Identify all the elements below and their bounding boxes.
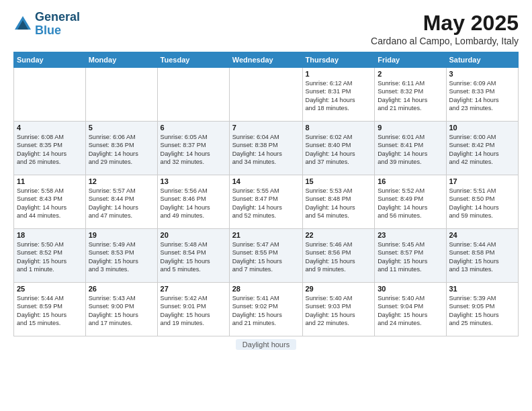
- calendar-cell: 15Sunrise: 5:53 AM Sunset: 8:48 PM Dayli…: [302, 175, 375, 229]
- calendar-cell: 5Sunrise: 6:06 AM Sunset: 8:36 PM Daylig…: [85, 122, 157, 175]
- header: General Blue May 2025 Cardano al Campo, …: [13, 11, 519, 46]
- calendar-cell: 29Sunrise: 5:40 AM Sunset: 9:03 PM Dayli…: [302, 283, 375, 336]
- calendar-cell: 11Sunrise: 5:58 AM Sunset: 8:43 PM Dayli…: [14, 175, 86, 229]
- calendar-day-header: Tuesday: [157, 52, 229, 68]
- calendar-cell: 26Sunrise: 5:43 AM Sunset: 9:00 PM Dayli…: [85, 283, 157, 336]
- day-number: 15: [306, 177, 372, 185]
- day-number: 6: [161, 124, 226, 132]
- day-info: Sunrise: 5:46 AM Sunset: 8:56 PM Dayligh…: [306, 240, 372, 274]
- day-info: Sunrise: 5:56 AM Sunset: 8:46 PM Dayligh…: [161, 187, 226, 220]
- day-info: Sunrise: 5:44 AM Sunset: 8:58 PM Dayligh…: [449, 240, 516, 274]
- day-number: 10: [449, 124, 516, 132]
- day-info: Sunrise: 5:49 AM Sunset: 8:53 PM Dayligh…: [89, 240, 154, 274]
- calendar-cell: 19Sunrise: 5:49 AM Sunset: 8:53 PM Dayli…: [85, 229, 157, 283]
- calendar-cell: 31Sunrise: 5:39 AM Sunset: 9:05 PM Dayli…: [446, 283, 519, 336]
- calendar-cell: 6Sunrise: 6:05 AM Sunset: 8:37 PM Daylig…: [157, 122, 229, 175]
- calendar-cell: [229, 68, 302, 122]
- page: General Blue May 2025 Cardano al Campo, …: [0, 0, 532, 411]
- day-info: Sunrise: 5:58 AM Sunset: 8:43 PM Dayligh…: [17, 187, 83, 220]
- day-info: Sunrise: 6:01 AM Sunset: 8:41 PM Dayligh…: [378, 133, 443, 167]
- calendar-cell: 24Sunrise: 5:44 AM Sunset: 8:58 PM Dayli…: [446, 229, 519, 283]
- calendar-cell: 1Sunrise: 6:12 AM Sunset: 8:31 PM Daylig…: [302, 68, 375, 122]
- calendar-cell: 21Sunrise: 5:47 AM Sunset: 8:55 PM Dayli…: [229, 229, 302, 283]
- day-number: 13: [161, 177, 226, 185]
- day-number: 21: [232, 231, 300, 239]
- calendar-day-header: Wednesday: [229, 52, 302, 68]
- logo-line2: Blue: [35, 24, 80, 38]
- day-info: Sunrise: 6:12 AM Sunset: 8:31 PM Dayligh…: [306, 79, 372, 113]
- day-info: Sunrise: 6:09 AM Sunset: 8:33 PM Dayligh…: [449, 79, 516, 113]
- calendar-cell: 17Sunrise: 5:51 AM Sunset: 8:50 PM Dayli…: [446, 175, 519, 229]
- day-info: Sunrise: 6:00 AM Sunset: 8:42 PM Dayligh…: [449, 133, 516, 167]
- day-number: 19: [89, 231, 154, 239]
- day-number: 16: [378, 177, 443, 185]
- day-info: Sunrise: 6:04 AM Sunset: 8:38 PM Dayligh…: [232, 133, 300, 167]
- day-number: 9: [378, 124, 443, 132]
- day-info: Sunrise: 6:08 AM Sunset: 8:35 PM Dayligh…: [17, 133, 83, 167]
- day-info: Sunrise: 5:40 AM Sunset: 9:03 PM Dayligh…: [306, 294, 372, 328]
- calendar-cell: 7Sunrise: 6:04 AM Sunset: 8:38 PM Daylig…: [229, 122, 302, 175]
- logo-icon: [13, 15, 32, 34]
- calendar-cell: 18Sunrise: 5:50 AM Sunset: 8:52 PM Dayli…: [14, 229, 86, 283]
- calendar-cell: 2Sunrise: 6:11 AM Sunset: 8:32 PM Daylig…: [375, 68, 446, 122]
- calendar-cell: [85, 68, 157, 122]
- day-info: Sunrise: 5:42 AM Sunset: 9:01 PM Dayligh…: [161, 294, 226, 328]
- day-info: Sunrise: 6:11 AM Sunset: 8:32 PM Dayligh…: [378, 79, 443, 113]
- calendar-day-header: Thursday: [302, 52, 375, 68]
- day-info: Sunrise: 5:52 AM Sunset: 8:49 PM Dayligh…: [378, 187, 443, 220]
- day-number: 12: [89, 177, 154, 185]
- day-number: 3: [449, 70, 516, 78]
- location: Cardano al Campo, Lombardy, Italy: [371, 36, 519, 46]
- day-info: Sunrise: 5:47 AM Sunset: 8:55 PM Dayligh…: [232, 240, 300, 274]
- calendar-day-header: Saturday: [446, 52, 519, 68]
- day-info: Sunrise: 5:41 AM Sunset: 9:02 PM Dayligh…: [232, 294, 300, 328]
- calendar-cell: 12Sunrise: 5:57 AM Sunset: 8:44 PM Dayli…: [85, 175, 157, 229]
- day-number: 29: [306, 285, 372, 293]
- day-info: Sunrise: 5:50 AM Sunset: 8:52 PM Dayligh…: [17, 240, 83, 274]
- day-info: Sunrise: 5:53 AM Sunset: 8:48 PM Dayligh…: [306, 187, 372, 220]
- title-block: May 2025 Cardano al Campo, Lombardy, Ita…: [371, 11, 519, 46]
- calendar-cell: [14, 68, 86, 122]
- calendar-cell: 9Sunrise: 6:01 AM Sunset: 8:41 PM Daylig…: [375, 122, 446, 175]
- calendar-cell: 4Sunrise: 6:08 AM Sunset: 8:35 PM Daylig…: [14, 122, 86, 175]
- logo-line1: General: [35, 11, 80, 24]
- day-info: Sunrise: 5:44 AM Sunset: 8:59 PM Dayligh…: [17, 294, 83, 328]
- footer: Daylight hours: [13, 339, 519, 350]
- calendar-cell: 23Sunrise: 5:45 AM Sunset: 8:57 PM Dayli…: [375, 229, 446, 283]
- day-number: 30: [378, 285, 443, 293]
- day-number: 4: [17, 124, 83, 132]
- day-number: 22: [306, 231, 372, 239]
- logo-text: General Blue: [35, 11, 80, 38]
- calendar-cell: 10Sunrise: 6:00 AM Sunset: 8:42 PM Dayli…: [446, 122, 519, 175]
- calendar-cell: 13Sunrise: 5:56 AM Sunset: 8:46 PM Dayli…: [157, 175, 229, 229]
- day-number: 18: [17, 231, 83, 239]
- day-number: 25: [17, 285, 83, 293]
- calendar-day-header: Friday: [375, 52, 446, 68]
- month-title: May 2025: [371, 11, 519, 36]
- day-number: 1: [306, 70, 372, 78]
- day-number: 7: [232, 124, 300, 132]
- calendar-week-row: 25Sunrise: 5:44 AM Sunset: 8:59 PM Dayli…: [14, 283, 519, 336]
- day-info: Sunrise: 6:02 AM Sunset: 8:40 PM Dayligh…: [306, 133, 372, 167]
- day-number: 27: [161, 285, 226, 293]
- day-number: 24: [449, 231, 516, 239]
- day-info: Sunrise: 5:57 AM Sunset: 8:44 PM Dayligh…: [89, 187, 154, 220]
- calendar-cell: [157, 68, 229, 122]
- day-info: Sunrise: 5:45 AM Sunset: 8:57 PM Dayligh…: [378, 240, 443, 274]
- day-number: 11: [17, 177, 83, 185]
- calendar-table: SundayMondayTuesdayWednesdayThursdayFrid…: [13, 52, 519, 336]
- logo: General Blue: [13, 11, 80, 38]
- day-number: 23: [378, 231, 443, 239]
- day-info: Sunrise: 5:40 AM Sunset: 9:04 PM Dayligh…: [378, 294, 443, 328]
- day-number: 14: [232, 177, 300, 185]
- calendar-week-row: 1Sunrise: 6:12 AM Sunset: 8:31 PM Daylig…: [14, 68, 519, 122]
- calendar-day-header: Monday: [85, 52, 157, 68]
- day-number: 8: [306, 124, 372, 132]
- calendar-cell: 28Sunrise: 5:41 AM Sunset: 9:02 PM Dayli…: [229, 283, 302, 336]
- calendar-cell: 22Sunrise: 5:46 AM Sunset: 8:56 PM Dayli…: [302, 229, 375, 283]
- day-info: Sunrise: 5:48 AM Sunset: 8:54 PM Dayligh…: [161, 240, 226, 274]
- day-number: 2: [378, 70, 443, 78]
- calendar-cell: 27Sunrise: 5:42 AM Sunset: 9:01 PM Dayli…: [157, 283, 229, 336]
- calendar-cell: 20Sunrise: 5:48 AM Sunset: 8:54 PM Dayli…: [157, 229, 229, 283]
- calendar-week-row: 4Sunrise: 6:08 AM Sunset: 8:35 PM Daylig…: [14, 122, 519, 175]
